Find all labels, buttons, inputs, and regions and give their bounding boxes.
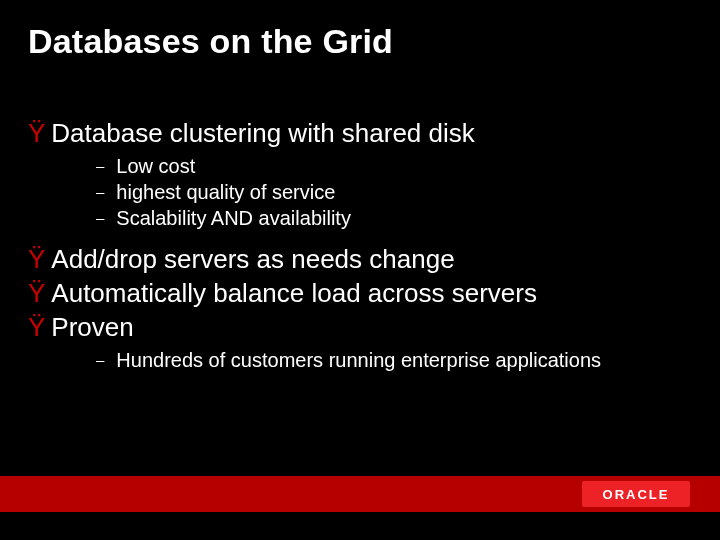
bullet-glyph-icon: Ÿ — [28, 278, 45, 308]
sub-text: highest quality of service — [116, 180, 335, 204]
sub-text: Low cost — [116, 154, 195, 178]
sub-item: – Hundreds of customers running enterpri… — [96, 348, 690, 372]
oracle-logo: ORACLE — [582, 481, 690, 507]
sub-item: – Low cost — [96, 154, 690, 178]
dash-icon: – — [96, 206, 104, 230]
bullet-text: Database clustering with shared disk — [51, 118, 474, 148]
bullet-glyph-icon: Ÿ — [28, 118, 45, 148]
sub-list: – Low cost – highest quality of service … — [96, 154, 690, 230]
sub-text: Scalability AND availability — [116, 206, 351, 230]
bullet-text: Add/drop servers as needs change — [51, 244, 454, 274]
dash-icon: – — [96, 154, 104, 178]
sub-text: Hundreds of customers running enterprise… — [116, 348, 601, 372]
bullet-item: Ÿ Database clustering with shared disk — [28, 118, 690, 148]
bullet-item: Ÿ Proven — [28, 312, 690, 342]
slide: Databases on the Grid Ÿ Database cluster… — [0, 0, 720, 540]
sub-item: – highest quality of service — [96, 180, 690, 204]
bullet-glyph-icon: Ÿ — [28, 312, 45, 342]
logo-text: ORACLE — [603, 487, 670, 502]
sub-item: – Scalability AND availability — [96, 206, 690, 230]
slide-title: Databases on the Grid — [28, 22, 393, 61]
bullet-item: Ÿ Automatically balance load across serv… — [28, 278, 690, 308]
sub-list: – Hundreds of customers running enterpri… — [96, 348, 690, 372]
dash-icon: – — [96, 348, 104, 372]
dash-icon: – — [96, 180, 104, 204]
slide-content: Ÿ Database clustering with shared disk –… — [28, 118, 690, 386]
bullet-glyph-icon: Ÿ — [28, 244, 45, 274]
bullet-item: Ÿ Add/drop servers as needs change — [28, 244, 690, 274]
bullet-text: Proven — [51, 312, 133, 342]
bullet-text: Automatically balance load across server… — [51, 278, 537, 308]
